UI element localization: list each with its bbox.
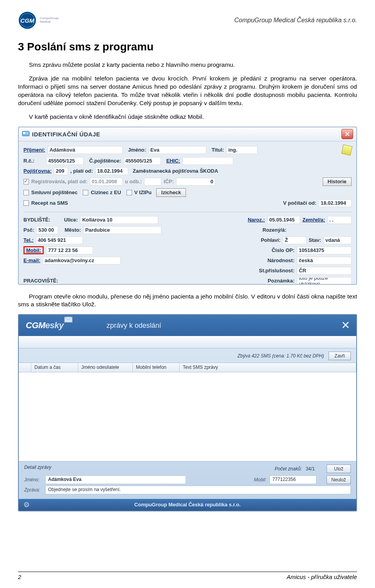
rc-label: R.č.:	[23, 158, 34, 164]
pojistovna-label[interactable]: Pojišťovna:	[23, 168, 52, 174]
pohlavi-label: Pohlaví:	[261, 237, 281, 243]
page-number: 2	[18, 574, 21, 580]
cgmesky-logo: CGMesky	[26, 320, 64, 331]
paragraph-1: Sms zprávu můžete poslat z karty pacient…	[18, 61, 357, 69]
card-icon	[22, 130, 30, 138]
detail-mobil-label: Mobil:	[254, 477, 266, 483]
col-datum[interactable]: Datum a čas	[31, 363, 78, 372]
ehic-field[interactable]	[182, 157, 233, 165]
mesto-field[interactable]: Pardubice	[83, 226, 161, 234]
pracoviste-label: PRACOVIŠTĚ:	[23, 278, 58, 284]
stav-field[interactable]: vdaná	[323, 236, 352, 244]
close-button[interactable]: Zavři	[329, 352, 351, 360]
col-mobil[interactable]: Mobilní telefon	[133, 363, 180, 372]
detail-mobil-field[interactable]: 777122356	[270, 475, 316, 484]
mesto-label: Město:	[64, 227, 81, 233]
plati-od-field[interactable]: 18.02.1994	[95, 167, 128, 175]
psc-label: Psč:	[23, 227, 34, 233]
svg-text:CGM: CGM	[21, 17, 35, 24]
uodb-label: u odb.:	[125, 179, 142, 184]
paragraph-2: Zpráva jde na mobilní telefon pacienta v…	[18, 75, 357, 107]
smluvni-checkbox[interactable]	[23, 190, 29, 195]
mobil-field[interactable]: 777 12 23 56	[46, 247, 93, 254]
col-text[interactable]: Text SMS zprávy	[180, 363, 356, 372]
char-count-value: 34/1	[306, 466, 315, 472]
registrovan-od[interactable]: 01.01.2008	[90, 178, 123, 186]
cgmesky-title: zprávy k odeslání	[107, 322, 161, 330]
tel-label[interactable]: Tel.:	[23, 237, 34, 243]
cgm-logo: CGM CompuGroup Medical	[18, 11, 59, 30]
smluvni-label: Smluvní pojištěnec	[31, 189, 77, 195]
char-count-label: Počet znaků:	[275, 466, 302, 472]
col-jmeno[interactable]: Jméno odesilatele	[78, 363, 133, 372]
narodnost-field[interactable]: česká	[297, 257, 352, 265]
izip-checkbox[interactable]	[127, 190, 132, 195]
zemrel-label[interactable]: Zemřel/a:	[302, 217, 325, 223]
nosave-button[interactable]: Neulož	[327, 475, 351, 484]
titul-field[interactable]: ing.	[226, 146, 257, 154]
cop-label: Číslo OP:	[271, 247, 295, 253]
save-button[interactable]: Ulož	[327, 465, 351, 473]
pohlavi-field[interactable]: Ž	[283, 236, 306, 244]
recept-sms-checkbox[interactable]	[23, 200, 29, 206]
tel-field[interactable]: 406 545 921	[36, 236, 83, 244]
prijmeni-label[interactable]: Příjmení:	[23, 147, 45, 153]
close-icon[interactable]	[341, 129, 353, 139]
detail-zprava-field[interactable]: Objednejte se prosím na vyšetření.	[45, 486, 351, 494]
registrovan-checkbox[interactable]	[23, 179, 29, 184]
grid-body[interactable]	[19, 372, 356, 461]
stpris-field[interactable]: ČR	[297, 267, 352, 275]
icp-field[interactable]: 0	[176, 178, 215, 186]
rc-field[interactable]: 455505/125	[46, 157, 84, 165]
id-window: IDENTIFIKAČNÍ ÚDAJE Příjmení: Adámková J…	[18, 127, 357, 285]
detail-zprava-label: Zpráva:	[24, 487, 42, 493]
cpoj-label: Č.pojištěnce:	[89, 158, 121, 164]
paragraph-4: Program otevře okno modulu, přenese do n…	[18, 293, 357, 309]
izicheck-button[interactable]: Izicheck	[156, 188, 186, 197]
envelope-icon	[64, 316, 73, 324]
rozeny-label: Rozený/á:	[262, 227, 352, 233]
cpoj-field[interactable]: 455505/125	[123, 157, 161, 165]
email-field[interactable]: adamkova@volny.cz	[43, 257, 121, 265]
close-icon[interactable]: ✕	[341, 319, 350, 332]
vpocitaci-label: V počítači od:	[283, 200, 316, 206]
vpocitaci-field[interactable]: 18.02.1994	[319, 199, 352, 207]
naroz-field[interactable]: 05.05.1945	[267, 216, 300, 224]
registrovan-label: Registrován/a, platí od:	[31, 179, 88, 184]
cop-field[interactable]: 105184375	[297, 247, 352, 254]
page-footer: 2 Amicus - příručka uživatele	[18, 572, 357, 580]
id-title: IDENTIFIKAČNÍ ÚDAJE	[32, 131, 100, 138]
zemrel-field[interactable]: . .	[327, 216, 352, 224]
prijmeni-field[interactable]: Adámková	[48, 146, 123, 154]
jmeno-field[interactable]: Eva	[148, 146, 206, 154]
historie-button[interactable]: Historie	[323, 177, 352, 186]
ehic-link[interactable]: EHIC:	[166, 158, 180, 164]
note-icon[interactable]	[341, 144, 352, 155]
paragraph-3: V kartě pacienta v okně Identifikační úd…	[18, 113, 357, 121]
grid-header: Datum a čas Jméno odesilatele Mobilní te…	[19, 363, 356, 372]
recept-sms-label: Recept na SMS	[31, 200, 68, 206]
pojistovna-code[interactable]: 209	[54, 167, 68, 175]
psc-field[interactable]: 530 00	[36, 226, 58, 234]
izip-label: V IZIPu	[134, 189, 152, 195]
poznamka-label: Poznámka:	[268, 278, 295, 284]
mobil-link-highlighted[interactable]: Mobil:	[23, 246, 44, 254]
ulice-field[interactable]: Kollárova 10	[80, 216, 158, 224]
cgmesky-toolbar	[19, 336, 356, 349]
sms-remaining-status: Zbývá 422 SMS (cena: 1.70 Kč bez DPH)	[238, 353, 324, 359]
jmeno-label: Jméno:	[128, 147, 146, 153]
gear-icon[interactable]: ⚙	[23, 500, 30, 509]
cizinec-checkbox[interactable]	[83, 190, 88, 195]
plati-od-label: , platí od:	[70, 168, 93, 174]
poznamka-field[interactable]: toto je pouze ukázkový	[297, 278, 352, 284]
uodb-field[interactable]	[144, 178, 161, 186]
header-company: CompuGroup Medical Česká republika s.r.o…	[234, 17, 357, 24]
narodnost-label: Národnost:	[268, 257, 295, 263]
bydliste-label: BYDLIŠTĚ:	[23, 217, 62, 223]
detail-jmeno-field[interactable]: Adámková Eva	[45, 475, 186, 484]
email-label[interactable]: E-mail:	[23, 257, 40, 263]
detail-jmeno-label: Jméno:	[24, 477, 42, 483]
naroz-label[interactable]: Naroz.:	[248, 217, 265, 223]
page-header: CGM CompuGroup Medical CompuGroup Medica…	[18, 11, 357, 30]
detail-title: Detail zprávy	[24, 465, 51, 473]
